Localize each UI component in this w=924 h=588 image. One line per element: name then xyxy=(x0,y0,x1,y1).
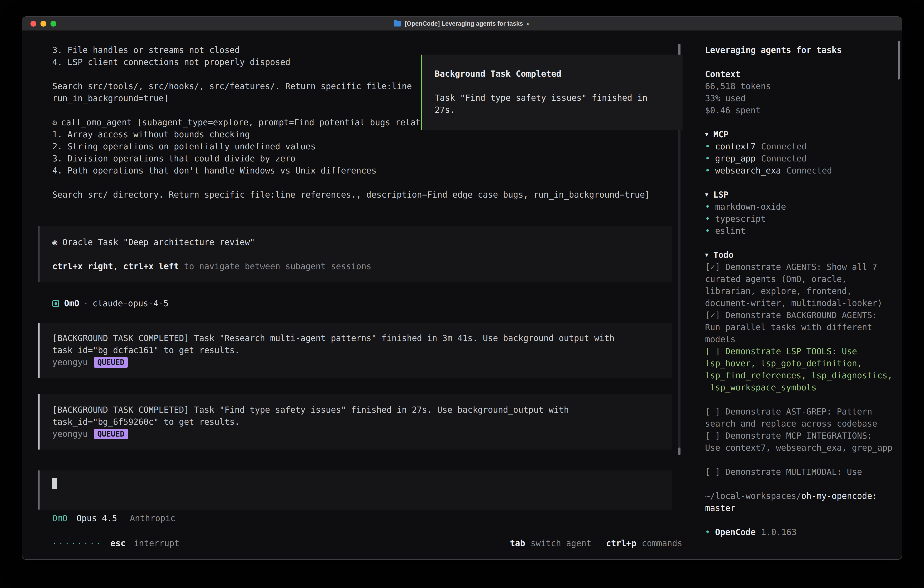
todo-item: [ ] Demonstrate MCP INTEGRATIONS: Use co… xyxy=(705,430,895,454)
message-author: yeongyu xyxy=(52,428,88,440)
disclosure-triangle-icon: ▼ xyxy=(705,249,708,261)
titlebar: [OpenCode] Leveraging agents for tasks ◐ xyxy=(22,17,902,31)
workspace-info: ~/local-workspaces/oh-my-opencode: maste… xyxy=(705,490,895,514)
mcp-section-header[interactable]: ▼ MCP xyxy=(705,129,895,140)
commands-action-label: commands xyxy=(642,537,682,549)
window-title: [OpenCode] Leveraging agents for tasks xyxy=(405,20,523,27)
disclosure-triangle-icon: ▼ xyxy=(705,189,708,201)
bullet-icon: • xyxy=(705,201,710,213)
workspace-branch: master xyxy=(705,502,895,514)
oracle-task-panel[interactable]: ◉ Oracle Task "Deep architecture review"… xyxy=(38,226,672,282)
app-name: OpenCode xyxy=(715,526,756,538)
prompt-input[interactable] xyxy=(38,471,672,510)
lsp-section: ▼ LSP • markdown-oxide • typescript • es… xyxy=(705,189,895,237)
mcp-status: Connected xyxy=(787,165,832,177)
tab-key-hint: tab xyxy=(510,537,525,549)
lsp-item: • markdown-oxide xyxy=(705,201,895,213)
lsp-item: • typescript xyxy=(705,213,895,225)
mcp-name: websearch_exa xyxy=(715,165,781,177)
esc-action-label: interrupt xyxy=(134,537,179,549)
active-agent-label: OmO xyxy=(52,512,68,524)
close-button[interactable] xyxy=(30,21,36,26)
task-message: [BACKGROUND TASK COMPLETED] Task "Resear… xyxy=(38,323,672,378)
context-section: Context 66,518 tokens 33% used $0.46 spe… xyxy=(705,68,895,116)
status-bar: ········ esc interrupt tab switch agent … xyxy=(22,537,695,549)
agent-header: OmO · claude-opus-4-5 xyxy=(52,297,695,309)
todo-item: [ ] Demonstrate AST-GREP: Pattern search… xyxy=(705,406,895,430)
mcp-item: • grep_app Connected xyxy=(705,153,895,165)
todo-heading: Todo xyxy=(713,249,733,261)
window-title-group: [OpenCode] Leveraging agents for tasks ◐ xyxy=(394,20,530,27)
text-cursor xyxy=(52,478,57,489)
workspace-repo: oh-my-opencode: xyxy=(801,491,877,501)
scrollbar-thumb[interactable] xyxy=(678,448,680,455)
mcp-name: context7 xyxy=(715,140,756,153)
todo-section: ▼ Todo [✓] Demonstrate AGENTS: Show all … xyxy=(705,249,895,478)
sidebar: Leveraging agents for tasks Context 66,5… xyxy=(695,31,902,559)
model-row: OmO Opus 4.5 Anthropic xyxy=(52,512,695,524)
record-icon: ◉ xyxy=(52,237,57,247)
background-task-notification: Background Task Completed Task "Find typ… xyxy=(421,55,683,130)
lsp-heading: LSP xyxy=(713,189,728,201)
commands-key-hint: ctrl+p xyxy=(606,537,636,549)
bullet-icon: • xyxy=(705,213,710,225)
bullet-icon: • xyxy=(705,526,710,538)
folder-icon xyxy=(394,21,401,26)
lsp-item: • eslint xyxy=(705,225,895,237)
todo-item: [✓] Demonstrate BACKGROUND AGENTS: Run p… xyxy=(705,309,895,345)
separator-dot: · xyxy=(83,297,88,309)
zoom-button[interactable] xyxy=(51,21,56,26)
terminal-window: [OpenCode] Leveraging agents for tasks ◐… xyxy=(22,17,902,560)
tool-call-prompt: 1. Array access without bounds checking … xyxy=(52,129,672,201)
message-author: yeongyu xyxy=(52,356,88,368)
sidebar-scrollbar[interactable] xyxy=(898,41,900,79)
agent-model: claude-opus-4-5 xyxy=(92,297,168,309)
disclosure-triangle-icon: ▼ xyxy=(705,129,708,140)
tab-action-label: switch agent xyxy=(531,537,591,549)
chat-area: 3. File handles or streams not closed 4.… xyxy=(22,31,695,559)
context-spent: $0.46 spent xyxy=(705,104,895,116)
omo-agent-icon xyxy=(52,300,59,307)
todo-item: [✓] Demonstrate AGENTS: Show all 7 curat… xyxy=(705,261,895,309)
app-content: 3. File handles or streams not closed 4.… xyxy=(22,31,902,559)
lsp-name: eslint xyxy=(715,225,746,237)
traffic-lights xyxy=(30,21,56,26)
lsp-section-header[interactable]: ▼ LSP xyxy=(705,189,895,201)
notification-body: Task "Find type safety issues" finished … xyxy=(435,92,672,116)
mcp-name: grep_app xyxy=(715,153,756,165)
model-label: Opus 4.5 xyxy=(77,512,117,524)
context-used: 33% used xyxy=(705,92,895,104)
context-tokens: 66,518 tokens xyxy=(705,80,895,92)
mcp-status: Connected xyxy=(761,153,807,165)
mcp-item: • websearch_exa Connected xyxy=(705,165,895,177)
app-version-row: • OpenCode 1.0.163 xyxy=(705,526,895,538)
provider-label: Anthropic xyxy=(130,512,175,524)
todo-section-header[interactable]: ▼ Todo xyxy=(705,249,895,261)
bullet-icon: • xyxy=(705,225,710,237)
spinner-dots: ········ xyxy=(52,537,102,549)
queued-badge: QUEUED xyxy=(94,357,128,368)
bullet-icon: • xyxy=(705,153,710,165)
lsp-name: markdown-oxide xyxy=(715,201,786,213)
mcp-heading: MCP xyxy=(713,129,728,140)
message-text: [BACKGROUND TASK COMPLETED] Task "Resear… xyxy=(52,332,663,356)
mcp-item: • context7 Connected xyxy=(705,140,895,153)
session-title: Leveraging agents for tasks xyxy=(705,44,895,56)
app-version: 1.0.163 xyxy=(761,526,797,538)
gear-icon: ⚙ xyxy=(52,117,57,127)
bullet-icon: • xyxy=(705,140,710,153)
oracle-task-title: Oracle Task "Deep architecture review" xyxy=(63,237,255,247)
notification-title: Background Task Completed xyxy=(435,68,672,80)
task-message: [BACKGROUND TASK COMPLETED] Task "Find t… xyxy=(38,394,672,449)
bullet-icon: • xyxy=(705,165,710,177)
todo-item: [ ] Demonstrate MULTIMODAL: Use xyxy=(705,466,895,478)
todo-item: [ ] Demonstrate LSP TOOLS: Use lsp_hover… xyxy=(705,345,895,393)
mcp-section: ▼ MCP • context7 Connected • grep_app Co… xyxy=(705,129,895,177)
message-text: [BACKGROUND TASK COMPLETED] Task "Find t… xyxy=(52,404,663,428)
minimize-button[interactable] xyxy=(40,21,46,26)
shortcut-hint: to navigate between subagent sessions xyxy=(179,261,371,271)
shortcut-keys: ctrl+x right, ctrl+x left xyxy=(52,261,179,271)
context-heading: Context xyxy=(705,68,895,80)
workspace-path: ~/local-workspaces/ xyxy=(705,491,801,501)
lsp-name: typescript xyxy=(715,213,766,225)
